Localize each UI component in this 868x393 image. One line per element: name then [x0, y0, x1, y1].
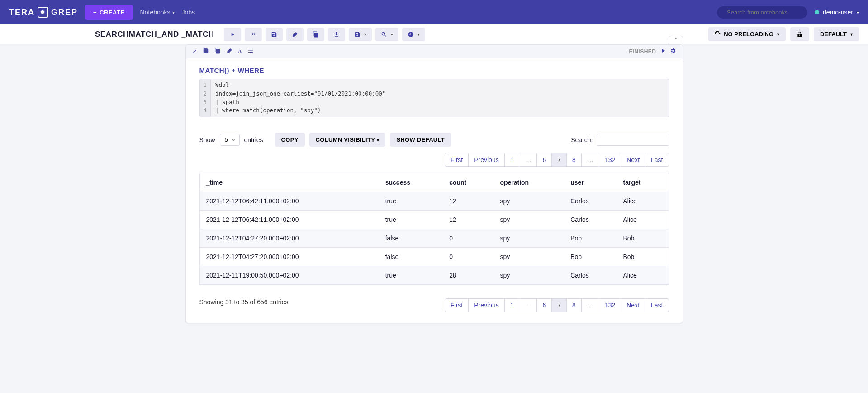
clone-button[interactable] [307, 28, 324, 41]
table-cell: Carlos [564, 266, 617, 285]
eraser-icon [292, 31, 298, 38]
pagination-1[interactable]: 1 [504, 298, 520, 312]
pagination-1[interactable]: 1 [504, 153, 520, 167]
column-header[interactable]: count [443, 173, 493, 192]
pagination-7[interactable]: 7 [551, 298, 567, 312]
search-icon [381, 31, 387, 38]
table-controls: Show 5 entries COPY COLUMN VISIBILITY SH… [199, 133, 669, 147]
table-cell: 2021-12-12T06:42:11.000+02:00 [199, 211, 379, 229]
pagination-last[interactable]: Last [645, 298, 669, 312]
column-header[interactable]: user [564, 173, 617, 192]
pagination-bottom: FirstPrevious1…678…132NextLast [445, 298, 669, 312]
find-button[interactable] [375, 28, 398, 41]
chevron-down-icon: ▾ [172, 10, 175, 15]
pagination-previous[interactable]: Previous [468, 298, 504, 312]
table-search-input[interactable] [597, 134, 669, 146]
pagination-ellipsis: … [519, 298, 537, 312]
pagination-8[interactable]: 8 [566, 298, 582, 312]
refresh-icon [715, 31, 721, 38]
interpreter-label: DEFAULT [820, 31, 847, 38]
play-icon [229, 31, 236, 38]
pagination-last[interactable]: Last [645, 153, 669, 167]
interpreter-binding-button[interactable]: DEFAULT [814, 27, 859, 41]
table-cell: Bob [564, 248, 617, 266]
copy-button[interactable]: COPY [275, 133, 305, 147]
table-cell: 12 [443, 211, 493, 229]
cell-font-icon[interactable]: A [238, 48, 242, 55]
create-button[interactable]: + CREATE [85, 5, 133, 20]
pagination-next[interactable]: Next [621, 298, 645, 312]
plus-icon: + [93, 9, 97, 16]
user-menu[interactable]: demo-user ▾ [815, 9, 859, 16]
table-cell: Alice [617, 192, 669, 211]
pagination-ellipsis: … [581, 153, 599, 167]
cell-settings-icon[interactable] [670, 48, 676, 55]
column-visibility-button[interactable]: COLUMN VISIBILITY [309, 133, 386, 147]
column-header[interactable]: target [617, 173, 669, 192]
clear-output-button[interactable] [286, 28, 304, 41]
cell-status-text: FINISHED [629, 48, 656, 55]
table-search-label: Search: [571, 136, 593, 144]
column-header[interactable]: _time [199, 173, 379, 192]
pagination-8[interactable]: 8 [566, 153, 582, 167]
show-label: Show [199, 136, 215, 144]
save-button[interactable] [266, 28, 283, 41]
table-cell: 2021-12-12T04:27:20.000+02:00 [199, 229, 379, 248]
preloading-button[interactable]: NO PRELOADING [708, 27, 786, 41]
pagination-6[interactable]: 6 [536, 153, 552, 167]
global-search[interactable] [717, 6, 807, 19]
cell-copy-icon[interactable] [214, 48, 221, 55]
pagination-132[interactable]: 132 [599, 153, 621, 167]
table-cell: spy [493, 192, 564, 211]
table-cell: spy [493, 211, 564, 229]
pagination-7[interactable]: 7 [551, 153, 567, 167]
disk-icon [354, 31, 360, 38]
cell-expand-icon[interactable]: ⤢ [192, 48, 197, 55]
nav-jobs-label: Jobs [182, 9, 195, 16]
table-cell: 0 [443, 248, 493, 266]
table-cell: Alice [617, 266, 669, 285]
column-header[interactable]: success [379, 173, 443, 192]
lock-open-icon [797, 31, 803, 38]
pagination-first[interactable]: First [445, 153, 469, 167]
cell-list-icon[interactable] [247, 48, 254, 55]
table-cell: 2021-12-12T06:42:11.000+02:00 [199, 192, 379, 211]
download-button[interactable] [328, 28, 345, 41]
run-all-button[interactable] [224, 28, 241, 41]
cell-run-icon[interactable] [660, 48, 666, 55]
table-row: 2021-12-12T06:42:11.000+02:00true12spyCa… [199, 211, 669, 229]
table-cell: false [379, 229, 443, 248]
show-default-button[interactable]: SHOW DEFAULT [390, 133, 451, 147]
table-cell: Carlos [564, 192, 617, 211]
cell-save-icon[interactable] [203, 48, 209, 55]
create-label: CREATE [100, 9, 124, 16]
pagination-first[interactable]: First [445, 298, 469, 312]
lock-button[interactable] [790, 27, 809, 41]
brand-logo: TERA ✱ GREP [9, 7, 78, 18]
save-as-button[interactable] [349, 28, 372, 41]
scheduler-button[interactable] [402, 28, 425, 41]
code-editor[interactable]: 1234 %dpl index=join_json_one earliest="… [199, 79, 669, 117]
cell-clear-icon[interactable] [226, 48, 232, 55]
table-cell: 0 [443, 229, 493, 248]
user-name: demo-user [823, 9, 853, 16]
chevron-down-icon: ▾ [857, 10, 859, 15]
global-search-input[interactable] [727, 9, 803, 16]
pagination-previous[interactable]: Previous [468, 153, 504, 167]
toggle-output-button[interactable] [245, 28, 262, 41]
pagination-6[interactable]: 6 [536, 298, 552, 312]
table-cell: Carlos [564, 211, 617, 229]
notebook-toolbar: SEARCHMATCH_AND _MATCH NO PRELOADING DEF… [0, 24, 868, 44]
table-row: 2021-12-12T04:27:20.000+02:00false0spyBo… [199, 248, 669, 266]
brand-part2: GREP [51, 8, 78, 17]
collapse-cell-button[interactable]: ⌃ [669, 36, 683, 44]
column-header[interactable]: operation [493, 173, 564, 192]
pagination-ellipsis: … [519, 153, 537, 167]
user-status-dot [815, 10, 819, 14]
pagination-next[interactable]: Next [621, 153, 645, 167]
entries-select[interactable]: 5 [220, 134, 240, 146]
nav-notebooks[interactable]: Notebooks ▾ [140, 9, 175, 16]
table-cell: spy [493, 248, 564, 266]
nav-jobs[interactable]: Jobs [182, 9, 195, 16]
pagination-132[interactable]: 132 [599, 298, 621, 312]
